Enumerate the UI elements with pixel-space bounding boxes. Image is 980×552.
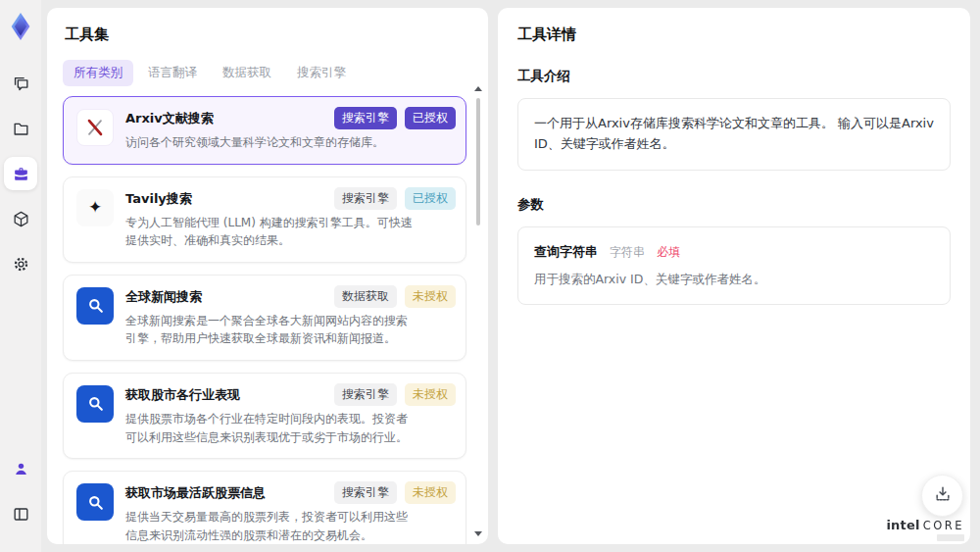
bluesearch-icon [76,483,114,521]
tool-auth-badge: 已授权 [405,107,456,129]
sidebar-item-settings[interactable] [4,247,37,280]
toolbox-icon [12,165,30,183]
bluesearch-icon [76,287,114,325]
category-tab-1[interactable]: 语言翻译 [137,60,208,86]
tool-card[interactable]: 获取股市各行业表现 搜索引擎 未授权 提供股票市场各个行业在特定时间段内的表现。… [63,373,466,459]
scrollbar-down-arrow[interactable] [474,531,482,536]
tool-name: Arxiv文献搜索 [125,107,214,127]
tool-description: 访问各个研究领域大量科学论文和文章的存储库。 [125,133,456,152]
tool-body: 获取股市各行业表现 搜索引擎 未授权 提供股票市场各个行业在特定时间段内的表现。… [125,383,456,446]
tool-name: 获取股市各行业表现 [125,383,240,404]
tool-category-badge: 搜索引擎 [334,187,397,210]
tool-intro-heading: 工具介绍 [517,68,951,85]
sidebar-item-tools[interactable] [4,157,37,190]
brand-sub-badge [937,534,964,541]
tool-card[interactable]: 获取市场最活跃股票信息 搜索引擎 未授权 提供当天交易量最高的股票列表，投资者可… [63,471,466,544]
chat-icon [12,75,30,93]
tool-name: 获取市场最活跃股票信息 [125,481,266,502]
tool-description: 提供当天交易量最高的股票列表，投资者可以利用这些信息来识别流动性强的股票和潜在的… [125,508,456,544]
arxiv-icon [76,109,114,146]
download-icon [933,484,953,508]
category-tab-2[interactable]: 数据获取 [212,60,282,86]
tool-description: 提供股票市场各个行业在特定时间段内的表现。投资者可以利用这些信息来识别表现优于或… [125,410,456,446]
cube-icon [12,210,30,228]
tool-description: 专为人工智能代理 (LLM) 构建的搜索引擎工具。可快速提供实时、准确和真实的结… [125,214,456,250]
gear-icon [12,255,30,274]
tool-detail-panel: 工具详情 工具介绍 一个用于从Arxiv存储库搜索科学论文和文章的工具。 输入可… [498,8,970,544]
tool-name: 全球新闻搜索 [125,285,202,306]
param-description: 用于搜索的Arxiv ID、关键字或作者姓名。 [534,272,934,288]
tool-card[interactable]: 全球新闻搜索 数据获取 未授权 全球新闻搜索是一个聚合全球各大新闻网站内容的搜索… [63,275,466,361]
tool-body: 获取市场最活跃股票信息 搜索引擎 未授权 提供当天交易量最高的股票列表，投资者可… [125,481,456,544]
sidebar-item-chat[interactable] [4,67,37,100]
param-type: 字符串 [610,245,645,259]
app-logo-icon [6,12,35,41]
brand-intel-text: intel [886,519,919,531]
intel-core-logo: intel core [886,519,964,542]
sidebar-item-account[interactable] [4,452,37,485]
tool-auth-badge: 未授权 [405,383,456,406]
tool-intro-text: 一个用于从Arxiv存储库搜索科学论文和文章的工具。 输入可以是Arxiv ID… [517,98,951,171]
folder-icon [12,120,30,138]
sidebar-item-packages[interactable] [4,202,37,235]
panel-toggle-icon [12,505,30,524]
tool-body: Tavily搜索 搜索引擎 已授权 专为人工智能代理 (LLM) 构建的搜索引擎… [125,187,456,250]
brand-core-text: core [923,521,964,532]
tool-auth-badge: 未授权 [405,481,456,504]
sidebar-item-files[interactable] [4,112,37,145]
scrollbar-up-arrow[interactable] [474,86,482,91]
scrollbar-thumb[interactable] [476,98,480,226]
tool-description: 全球新闻搜索是一个聚合全球各大新闻网站内容的搜索引擎，帮助用户快速获取全球最新资… [125,312,456,348]
tool-auth-badge: 未授权 [405,285,456,308]
param-item: 查询字符串 字符串 必填 用于搜索的Arxiv ID、关键字或作者姓名。 [517,226,951,305]
tool-badges: 搜索引擎 未授权 [334,383,456,406]
tool-card[interactable]: ✦ Tavily搜索 搜索引擎 已授权 专为人工智能代理 (LLM) 构建的搜索… [63,176,466,263]
category-tab-0[interactable]: 所有类别 [63,60,133,86]
param-name: 查询字符串 [534,244,598,259]
tool-category-badge: 搜索引擎 [334,481,397,504]
tool-badges: 搜索引擎 未授权 [334,481,456,504]
tool-category-badge: 数据获取 [334,285,397,308]
tool-body: 全球新闻搜索 数据获取 未授权 全球新闻搜索是一个聚合全球各大新闻网站内容的搜索… [125,285,456,348]
app-sidebar [0,0,41,552]
bluesearch-icon [76,385,114,423]
tool-list: Arxiv文献搜索 搜索引擎 已授权 访问各个研究领域大量科学论文和文章的存储库… [63,96,474,544]
param-required-badge: 必填 [657,245,680,259]
params-heading: 参数 [517,196,951,214]
tool-category-badge: 搜索引擎 [334,107,397,129]
tool-auth-badge: 已授权 [405,187,456,210]
detail-panel-title: 工具详情 [517,25,951,44]
tool-badges: 搜索引擎 已授权 [334,107,456,129]
tavily-icon: ✦ [76,189,114,226]
tool-card[interactable]: Arxiv文献搜索 搜索引擎 已授权 访问各个研究领域大量科学论文和文章的存储库… [63,96,466,165]
tools-panel-title: 工具集 [65,25,472,44]
tool-body: Arxiv文献搜索 搜索引擎 已授权 访问各个研究领域大量科学论文和文章的存储库… [125,107,456,152]
param-header: 查询字符串 字符串 必填 [534,241,934,261]
tool-category-badge: 搜索引擎 [334,383,397,406]
tool-name: Tavily搜索 [125,187,192,208]
download-button[interactable] [921,475,963,517]
user-icon [12,460,30,478]
main-area: 工具集 所有类别语言翻译数据获取搜索引擎 Arxiv文献搜索 搜索引擎 已授权 … [41,0,980,552]
tool-badges: 搜索引擎 已授权 [334,187,456,210]
tool-badges: 数据获取 未授权 [334,285,456,308]
sidebar-item-collapse[interactable] [4,497,37,530]
category-tabs: 所有类别语言翻译数据获取搜索引擎 [63,60,474,86]
category-tab-3[interactable]: 搜索引擎 [286,60,357,86]
tools-panel: 工具集 所有类别语言翻译数据获取搜索引擎 Arxiv文献搜索 搜索引擎 已授权 … [47,8,488,544]
